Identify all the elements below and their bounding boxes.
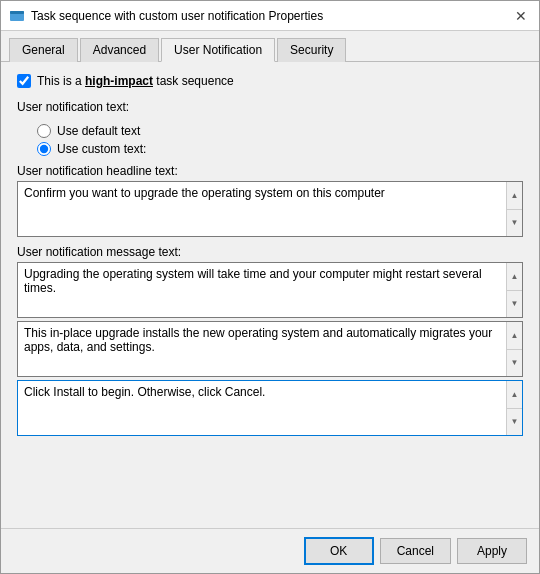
headline-label: User notification headline text: [17,164,523,178]
headline-textarea[interactable]: Confirm you want to upgrade the operatin… [18,182,506,236]
dialog-window: Task sequence with custom user notificat… [0,0,540,574]
radio-custom-row: Use custom text: [37,142,523,156]
high-impact-label: This is a high-impact task sequence [37,74,234,88]
high-impact-checkbox[interactable] [17,74,31,88]
close-button[interactable]: ✕ [511,6,531,26]
radio-custom[interactable] [37,142,51,156]
message3-textarea-wrapper: Click Install to begin. Otherwise, click… [17,380,523,436]
message-group: User notification message text: Upgradin… [17,245,523,436]
message2-textarea[interactable]: This in-place upgrade installs the new o… [18,322,506,376]
message2-scroll-up[interactable]: ▲ [507,322,522,349]
tab-general[interactable]: General [9,38,78,62]
window-icon [9,8,25,24]
message1-textarea-wrapper: Upgrading the operating system will take… [17,262,523,318]
apply-button[interactable]: Apply [457,538,527,564]
headline-scroll-up[interactable]: ▲ [507,182,522,209]
tab-advanced[interactable]: Advanced [80,38,159,62]
message3-scroll-down[interactable]: ▼ [507,408,522,436]
tab-user-notification[interactable]: User Notification [161,38,275,62]
radio-default-label: Use default text [57,124,140,138]
svg-rect-1 [10,11,24,14]
high-impact-row: This is a high-impact task sequence [17,74,523,88]
high-impact-emphasis: high-impact [85,74,153,88]
ok-button[interactable]: OK [304,537,374,565]
headline-textarea-wrapper: Confirm you want to upgrade the operatin… [17,181,523,237]
message3-scroll-up[interactable]: ▲ [507,381,522,408]
tabs-bar: General Advanced User Notification Secur… [1,31,539,62]
message1-scroll-up[interactable]: ▲ [507,263,522,290]
radio-default-row: Use default text [37,124,523,138]
message1-textarea[interactable]: Upgrading the operating system will take… [18,263,506,317]
title-bar-text: Task sequence with custom user notificat… [31,9,511,23]
radio-group: Use default text Use custom text: [17,124,523,156]
title-bar: Task sequence with custom user notificat… [1,1,539,31]
content-area: This is a high-impact task sequence User… [1,62,539,528]
radio-custom-label: Use custom text: [57,142,146,156]
tab-security[interactable]: Security [277,38,346,62]
headline-scroll-down[interactable]: ▼ [507,209,522,237]
headline-scrollbar: ▲ ▼ [506,182,522,236]
message2-textarea-wrapper: This in-place upgrade installs the new o… [17,321,523,377]
message-label: User notification message text: [17,245,523,259]
headline-group: User notification headline text: Confirm… [17,164,523,237]
footer: OK Cancel Apply [1,528,539,573]
message3-scrollbar: ▲ ▼ [506,381,522,435]
notification-text-label: User notification text: [17,100,523,114]
message1-scrollbar: ▲ ▼ [506,263,522,317]
message1-scroll-down[interactable]: ▼ [507,290,522,318]
message3-textarea[interactable]: Click Install to begin. Otherwise, click… [18,381,506,435]
message2-scroll-down[interactable]: ▼ [507,349,522,377]
radio-default[interactable] [37,124,51,138]
message2-scrollbar: ▲ ▼ [506,322,522,376]
cancel-button[interactable]: Cancel [380,538,451,564]
